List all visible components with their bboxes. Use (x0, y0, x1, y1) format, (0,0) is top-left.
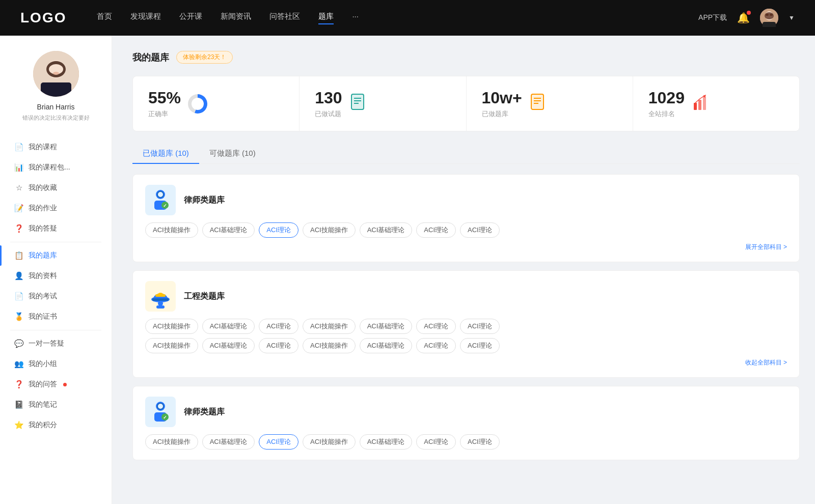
tag[interactable]: ACI技能操作 (303, 222, 356, 238)
svg-text:✓: ✓ (163, 415, 167, 420)
tab-done-banks[interactable]: 已做题库 (10) (132, 144, 199, 163)
nav-links: 首页 发现课程 公开课 新闻资讯 问答社区 题库 ··· (97, 12, 698, 24)
collapse-eng[interactable]: 收起全部科目 > (145, 358, 787, 367)
bar-chart-icon (692, 94, 710, 112)
nav-open-course[interactable]: 公开课 (179, 12, 202, 24)
tag[interactable]: ACI技能操作 (145, 434, 198, 450)
tag[interactable]: ACI理论 (460, 338, 500, 353)
sidebar-item-homework[interactable]: 📝 我的作业 (0, 198, 112, 218)
eng-icon (145, 281, 176, 312)
stat-value-accuracy: 55% (148, 89, 181, 107)
sidebar-item-favorites[interactable]: ☆ 我的收藏 (0, 178, 112, 198)
nav-home[interactable]: 首页 (97, 12, 112, 24)
tag[interactable]: ACI基础理论 (202, 338, 255, 353)
stat-text: 10w+ 已做题库 (482, 89, 522, 119)
group-icon: 👥 (14, 359, 23, 369)
nav-more[interactable]: ··· (352, 12, 359, 24)
bank-section-eng: 工程类题库 ACI技能操作 ACI基础理论 ACI理论 ACI技能操作 ACI基… (132, 270, 800, 378)
tag[interactable]: ACI基础理论 (202, 319, 255, 334)
tag[interactable]: ACI理论 (416, 222, 456, 238)
tag-active[interactable]: ACI理论 (259, 222, 298, 238)
bank-section-law-1: ✓ 律师类题库 ACI技能操作 ACI基础理论 ACI理论 ACI技能操作 AC… (132, 174, 800, 262)
notification-bell[interactable]: 🔔 (737, 12, 750, 24)
tags-row-eng-2: ACI技能操作 ACI基础理论 ACI理论 ACI技能操作 ACI基础理论 AC… (145, 338, 787, 353)
sidebar-item-label: 我的题库 (29, 251, 57, 260)
sidebar-item-profile[interactable]: 👤 我的资料 (0, 266, 112, 286)
tag[interactable]: ACI技能操作 (145, 222, 198, 238)
stat-value-banks: 10w+ (482, 89, 522, 107)
sidebar-item-label: 我的课程 (29, 143, 57, 152)
tags-row-law-1: ACI技能操作 ACI基础理论 ACI理论 ACI技能操作 ACI基础理论 AC… (145, 222, 787, 238)
stat-done-banks: 10w+ 已做题库 (467, 76, 633, 131)
svg-point-5 (766, 14, 769, 16)
notification-dot (747, 11, 751, 15)
user-menu-chevron[interactable]: ▼ (789, 14, 795, 21)
course-pkg-icon: 📊 (14, 163, 23, 172)
stat-rank: 1029 全站排名 (633, 76, 799, 131)
tag[interactable]: ACI理论 (460, 319, 500, 334)
svg-rect-15 (351, 94, 364, 109)
avatar-image (760, 9, 778, 27)
sidebar-item-cert[interactable]: 🏅 我的证书 (0, 306, 112, 327)
avatar[interactable] (760, 9, 778, 27)
stat-label-done: 已做试题 (315, 109, 342, 119)
sidebar-item-notes[interactable]: 📓 我的笔记 (0, 395, 112, 415)
sidebar-item-course[interactable]: 📄 我的课程 (0, 137, 112, 157)
profile-avatar-image (33, 51, 79, 97)
sidebar-item-questions[interactable]: ❓ 我的答疑 (0, 218, 112, 239)
tag[interactable]: ACI技能操作 (303, 319, 356, 334)
navbar: LOGO 首页 发现课程 公开课 新闻资讯 问答社区 题库 ··· APP下载 … (0, 0, 815, 36)
nav-bank[interactable]: 题库 (318, 12, 334, 24)
svg-rect-26 (698, 100, 701, 110)
tag[interactable]: ACI基础理论 (202, 434, 255, 450)
profile-motto: 错误的决定比没有决定要好 (10, 114, 101, 122)
app-download-button[interactable]: APP下载 (698, 13, 727, 22)
tag[interactable]: ACI理论 (259, 338, 298, 353)
cert-icon: 🏅 (14, 312, 23, 321)
tag[interactable]: ACI理论 (460, 222, 500, 238)
tag[interactable]: ACI技能操作 (303, 338, 356, 353)
tag[interactable]: ACI技能操作 (145, 319, 198, 334)
accuracy-chart (188, 94, 207, 114)
sidebar-item-label: 我的考试 (29, 292, 57, 301)
bank-header-law-1: ✓ 律师类题库 (145, 185, 787, 215)
page-header: 我的题库 体验剩余23天！ (132, 51, 800, 64)
sidebar-item-course-pkg[interactable]: 📊 我的课程包... (0, 157, 112, 178)
tag[interactable]: ACI理论 (259, 319, 298, 334)
svg-rect-20 (531, 94, 544, 109)
svg-point-6 (770, 14, 773, 16)
nav-qa[interactable]: 问答社区 (269, 12, 300, 24)
bank-section-law-2: ✓ 律师类题库 ACI技能操作 ACI基础理论 ACI理论 ACI技能操作 AC… (132, 386, 800, 460)
sidebar-item-bank[interactable]: 📋 我的题库 (0, 245, 112, 266)
tag[interactable]: ACI基础理论 (202, 222, 255, 238)
tag-active[interactable]: ACI理论 (259, 434, 298, 450)
tag[interactable]: ACI理论 (416, 338, 456, 353)
sidebar-item-group[interactable]: 👥 我的小组 (0, 354, 112, 374)
tag[interactable]: ACI技能操作 (145, 338, 198, 353)
expand-law-1[interactable]: 展开全部科目 > (145, 243, 787, 251)
sidebar-item-exam[interactable]: 📄 我的考试 (0, 286, 112, 306)
svg-rect-3 (763, 22, 776, 27)
my-qa-icon: ❓ (14, 380, 23, 389)
profile-name: Brian Harris (10, 103, 101, 111)
nav-news[interactable]: 新闻资讯 (221, 12, 251, 24)
tag[interactable]: ACI理论 (460, 434, 500, 450)
tag[interactable]: ACI基础理论 (360, 434, 413, 450)
tag[interactable]: ACI理论 (416, 434, 456, 450)
tag[interactable]: ACI理论 (416, 319, 456, 334)
law-icon-2: ✓ (145, 397, 176, 427)
tag[interactable]: ACI技能操作 (303, 434, 356, 450)
tag[interactable]: ACI基础理论 (360, 338, 413, 353)
sidebar-item-my-qa[interactable]: ❓ 我的问答 (0, 374, 112, 395)
tag[interactable]: ACI基础理论 (360, 319, 413, 334)
sidebar-item-tutor[interactable]: 💬 一对一答疑 (0, 333, 112, 354)
tab-todo-banks[interactable]: 可做题库 (10) (199, 144, 266, 163)
sidebar-item-points[interactable]: ⭐ 我的积分 (0, 415, 112, 435)
tag[interactable]: ACI基础理论 (360, 222, 413, 238)
stat-done-questions: 130 已做试题 (300, 76, 466, 131)
sidebar-item-label: 我的答疑 (29, 224, 57, 233)
sidebar: Brian Harris 错误的决定比没有决定要好 📄 我的课程 📊 我的课程包… (0, 36, 112, 504)
nav-courses[interactable]: 发现课程 (130, 12, 161, 24)
favorites-icon: ☆ (14, 183, 23, 192)
notes-icon: 📓 (14, 400, 23, 409)
